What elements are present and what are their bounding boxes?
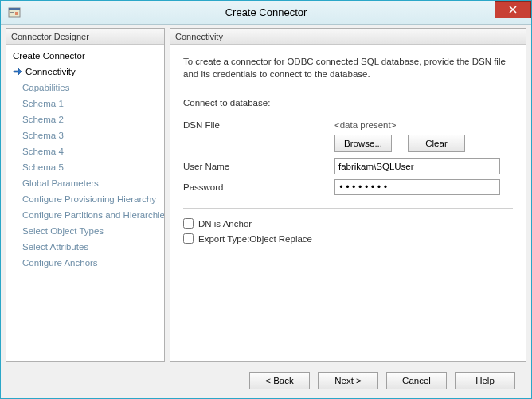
wizard-body: Connector Designer Create ConnectorConne… — [1, 25, 531, 362]
nav-item-schema-4[interactable]: Schema 4 — [11, 143, 164, 159]
password-input[interactable] — [334, 179, 500, 195]
nav-item-label: Connectivity — [25, 64, 76, 80]
nav-item-select-object-types[interactable]: Select Object Types — [11, 223, 164, 239]
nav-item-schema-5[interactable]: Schema 5 — [11, 159, 164, 175]
nav-item-label: Select Attributes — [22, 239, 88, 255]
nav-item-schema-3[interactable]: Schema 3 — [11, 127, 164, 143]
dn-anchor-label: DN is Anchor — [198, 219, 252, 229]
dsn-value: <data present> — [334, 120, 396, 130]
nav-item-global-parameters[interactable]: Global Parameters — [11, 175, 164, 191]
svg-rect-3 — [10, 14, 14, 14]
nav-item-connectivity[interactable]: Connectivity — [11, 64, 164, 80]
nav-item-configure-anchors[interactable]: Configure Anchors — [11, 255, 164, 271]
nav-item-label: Schema 5 — [22, 159, 64, 175]
content-header: Connectivity — [170, 29, 526, 45]
nav-item-label: Schema 3 — [22, 127, 64, 143]
nav-item-capabilities[interactable]: Capabilities — [11, 80, 164, 96]
close-button[interactable] — [495, 1, 531, 18]
nav-item-label: Schema 2 — [22, 111, 64, 127]
intro-text: To create a connector for ODBC connected… — [183, 56, 513, 80]
nav-item-schema-1[interactable]: Schema 1 — [11, 96, 164, 111]
username-row: User Name — [183, 158, 513, 174]
nav-item-label: Select Object Types — [22, 223, 104, 239]
svg-rect-2 — [10, 12, 14, 13]
help-button[interactable]: Help — [455, 372, 515, 389]
nav-item-create-connector[interactable]: Create Connector — [11, 48, 164, 64]
username-input[interactable] — [334, 158, 500, 174]
export-type-label: Export Type:Object Replace — [198, 234, 312, 244]
dsn-label: DSN File — [183, 120, 334, 130]
current-step-arrow-icon — [13, 67, 22, 76]
nav-item-label: Configure Partitions and Hierarchies — [22, 207, 164, 223]
dn-anchor-checkbox[interactable] — [183, 218, 194, 229]
export-type-row[interactable]: Export Type:Object Replace — [183, 233, 513, 244]
browse-button[interactable]: Browse... — [334, 135, 392, 152]
nav-item-label: Create Connector — [13, 48, 85, 64]
footer: < Back Next > Cancel Help — [1, 362, 531, 398]
export-type-checkbox[interactable] — [183, 233, 194, 244]
nav-item-configure-partitions-and-hierarchies[interactable]: Configure Partitions and Hierarchies — [11, 207, 164, 223]
next-button[interactable]: Next > — [318, 372, 378, 389]
nav-item-label: Schema 1 — [22, 96, 64, 111]
nav-item-label: Configure Anchors — [22, 255, 98, 271]
create-connector-window: Create Connector Connector Designer Crea… — [0, 0, 532, 399]
nav-item-label: Global Parameters — [22, 175, 99, 191]
app-icon — [7, 6, 22, 20]
dsn-row: DSN File <data present> — [183, 120, 513, 130]
sidebar-nav: Create ConnectorConnectivityCapabilities… — [6, 45, 164, 274]
separator — [183, 208, 513, 209]
password-label: Password — [183, 182, 334, 192]
window-title: Create Connector — [1, 6, 531, 18]
cancel-button[interactable]: Cancel — [386, 372, 447, 389]
nav-item-label: Schema 4 — [22, 143, 64, 159]
nav-item-label: Capabilities — [22, 80, 69, 96]
content-body: To create a connector for ODBC connected… — [170, 45, 526, 361]
dn-anchor-row[interactable]: DN is Anchor — [183, 218, 513, 229]
dsn-buttons-row: Browse... Clear — [183, 135, 513, 152]
password-row: Password — [183, 179, 513, 195]
svg-rect-1 — [9, 8, 20, 10]
connect-section-label: Connect to database: — [183, 98, 513, 108]
username-label: User Name — [183, 162, 334, 171]
back-button[interactable]: < Back — [249, 372, 310, 389]
content-panel: Connectivity To create a connector for O… — [170, 28, 526, 362]
titlebar: Create Connector — [1, 1, 531, 25]
nav-item-schema-2[interactable]: Schema 2 — [11, 111, 164, 127]
nav-item-configure-provisioning-hierarchy[interactable]: Configure Provisioning Hierarchy — [11, 191, 164, 207]
clear-button[interactable]: Clear — [408, 135, 465, 152]
sidebar-header: Connector Designer — [6, 29, 164, 45]
svg-rect-4 — [15, 12, 18, 15]
nav-item-label: Configure Provisioning Hierarchy — [22, 191, 156, 207]
sidebar-panel: Connector Designer Create ConnectorConne… — [6, 28, 165, 362]
nav-item-select-attributes[interactable]: Select Attributes — [11, 239, 164, 255]
